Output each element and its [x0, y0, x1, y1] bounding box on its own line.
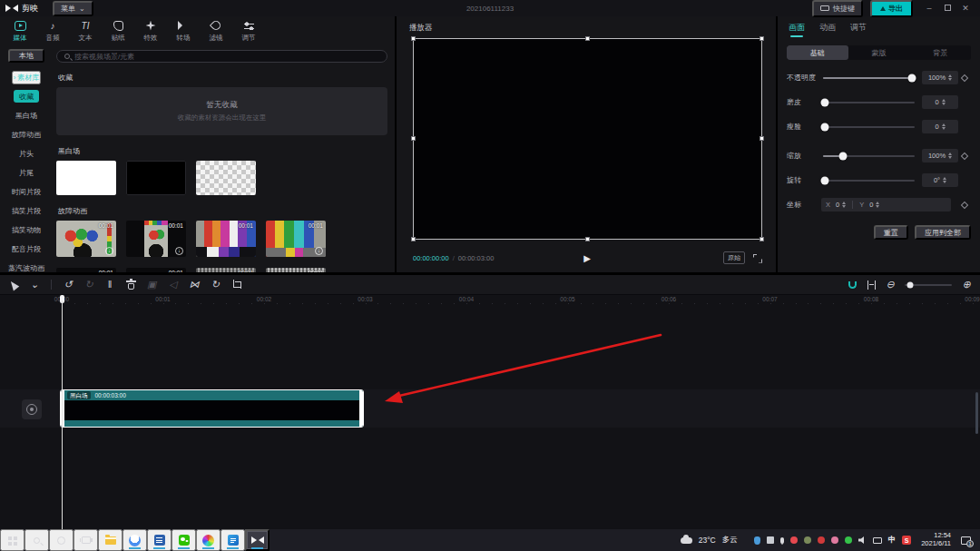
stepper-icon[interactable]: [943, 177, 946, 184]
property-value-box[interactable]: 0: [922, 95, 958, 109]
material-thumbnail[interactable]: 00:01: [126, 268, 186, 272]
resize-handle[interactable]: [585, 36, 590, 41]
property-value-box[interactable]: 0: [922, 120, 958, 133]
notification-center-icon[interactable]: 1: [961, 536, 971, 545]
material-thumbnail[interactable]: 00:01 ↓: [56, 221, 116, 257]
apply-to-all-button[interactable]: 应用到全部: [915, 225, 971, 240]
fullscreen-icon[interactable]: [753, 254, 761, 262]
sogou-input-icon[interactable]: S: [902, 536, 911, 545]
network-display-icon[interactable]: [873, 537, 882, 544]
resize-handle[interactable]: [411, 136, 416, 141]
keyframe-diamond-icon[interactable]: [958, 75, 971, 81]
material-library-button[interactable]: › 素材库: [12, 71, 42, 84]
category-item[interactable]: 时间片段: [6, 185, 46, 198]
weather-cloud-icon[interactable]: [681, 537, 692, 544]
search-input[interactable]: [74, 53, 379, 61]
category-item[interactable]: 配音片段: [6, 242, 46, 255]
category-item[interactable]: 搞笑动物: [6, 223, 46, 236]
freeze-frame-icon[interactable]: ▣: [147, 280, 156, 290]
timeline-scrollbar[interactable]: [975, 392, 978, 434]
media-tab[interactable]: 媒体: [7, 20, 33, 43]
file-explorer-icon[interactable]: [98, 529, 122, 551]
media-tab[interactable]: ♪ 音频: [40, 20, 65, 43]
defender-shield-icon[interactable]: [754, 536, 760, 545]
property-value-box[interactable]: 100%: [922, 149, 958, 162]
resize-handle[interactable]: [760, 36, 764, 41]
keyframe-diamond-icon[interactable]: [958, 153, 971, 159]
category-item[interactable]: 搞笑片段: [6, 204, 46, 217]
property-slider[interactable]: [823, 77, 915, 79]
weather-condition[interactable]: 多云: [722, 535, 738, 546]
property-slider[interactable]: [823, 180, 915, 182]
jianying-app-icon[interactable]: [245, 529, 270, 551]
timeline-zoom-slider[interactable]: [905, 284, 952, 286]
resize-handle[interactable]: [411, 237, 416, 241]
media-tab[interactable]: 滤镜: [203, 20, 229, 43]
stepper-icon[interactable]: [948, 74, 952, 82]
reverse-icon[interactable]: ◁: [168, 280, 177, 290]
stepper-icon[interactable]: [942, 99, 946, 106]
stepper-icon[interactable]: [942, 123, 946, 131]
properties-tab[interactable]: 动画: [819, 22, 836, 36]
timeline-clip[interactable]: 黑白场 00:00:03:00: [60, 389, 364, 428]
chevron-down-icon[interactable]: ⌄: [30, 280, 39, 290]
resize-handle[interactable]: [760, 237, 764, 241]
media-app-icon[interactable]: [196, 529, 220, 551]
category-item[interactable]: 片尾: [14, 166, 39, 179]
material-thumbnail[interactable]: 00:01 ↓: [266, 221, 326, 257]
resize-handle[interactable]: [585, 237, 590, 241]
menu-button[interactable]: 菜单 ⌄: [53, 1, 93, 16]
material-thumbnail[interactable]: [56, 161, 116, 195]
property-value-box[interactable]: 0°: [922, 173, 958, 187]
property-value-box[interactable]: 100%: [922, 71, 958, 84]
resize-handle[interactable]: [411, 36, 416, 41]
app-olive-tray-icon[interactable]: [804, 536, 811, 544]
app-dot-red-tray-icon[interactable]: [818, 536, 825, 544]
preview-axis-icon[interactable]: [867, 280, 876, 290]
zoom-in-icon[interactable]: ⊕: [962, 280, 971, 290]
crop-icon[interactable]: [231, 280, 240, 289]
language-indicator[interactable]: 中: [888, 535, 897, 546]
browser-app-icon[interactable]: [122, 529, 147, 551]
media-tab[interactable]: 转场: [171, 20, 196, 43]
wechat-app-icon[interactable]: [172, 529, 196, 551]
material-thumbnail[interactable]: 00:01: [266, 268, 326, 272]
category-item[interactable]: 收藏: [14, 90, 39, 103]
rotate-icon[interactable]: ↻: [211, 280, 220, 290]
category-item[interactable]: 故障动画: [6, 128, 46, 141]
export-button[interactable]: 导出: [870, 0, 913, 17]
material-thumbnail[interactable]: [196, 161, 256, 195]
taskbar-clock[interactable]: 12:54 2021/6/11: [921, 532, 951, 547]
material-thumbnail[interactable]: [126, 161, 186, 195]
docs-app-icon[interactable]: [220, 529, 245, 551]
material-thumbnail[interactable]: 00:01 ↓: [196, 221, 256, 257]
category-item[interactable]: 片头: [14, 147, 39, 160]
app-red-tray-icon[interactable]: [790, 536, 798, 544]
coordinate-y-value[interactable]: 0: [869, 201, 873, 209]
office-app-icon[interactable]: [147, 529, 172, 551]
redo-icon[interactable]: ↻: [84, 280, 93, 290]
preview-canvas[interactable]: [413, 38, 762, 240]
properties-subtab[interactable]: 蒙版: [848, 45, 910, 60]
app-pink-tray-icon[interactable]: [831, 536, 838, 544]
property-slider[interactable]: [823, 155, 915, 157]
snap-icon[interactable]: [848, 281, 857, 289]
shortcut-keys-button[interactable]: 快捷键: [812, 0, 863, 17]
split-icon[interactable]: ‖: [105, 280, 114, 290]
category-item[interactable]: 黑白场: [10, 109, 43, 122]
screenshot-tool-icon[interactable]: [767, 536, 774, 544]
local-media-button[interactable]: 本地: [8, 49, 44, 63]
start-button[interactable]: [0, 529, 24, 551]
properties-subtab[interactable]: 背景: [909, 45, 971, 60]
stepper-icon[interactable]: [876, 202, 879, 209]
property-slider[interactable]: [823, 102, 915, 103]
reset-button[interactable]: 重置: [874, 225, 908, 240]
category-item[interactable]: 蒸汽波动画: [3, 261, 50, 272]
delete-icon[interactable]: [126, 280, 135, 290]
property-slider[interactable]: [823, 126, 915, 128]
coordinate-inputs[interactable]: X 0 Y 0: [821, 198, 951, 212]
material-thumbnail[interactable]: 00:01: [196, 268, 256, 272]
undo-icon[interactable]: ↺: [64, 280, 73, 290]
close-button[interactable]: ✕: [956, 0, 975, 16]
zoom-out-icon[interactable]: ⊖: [886, 280, 895, 290]
